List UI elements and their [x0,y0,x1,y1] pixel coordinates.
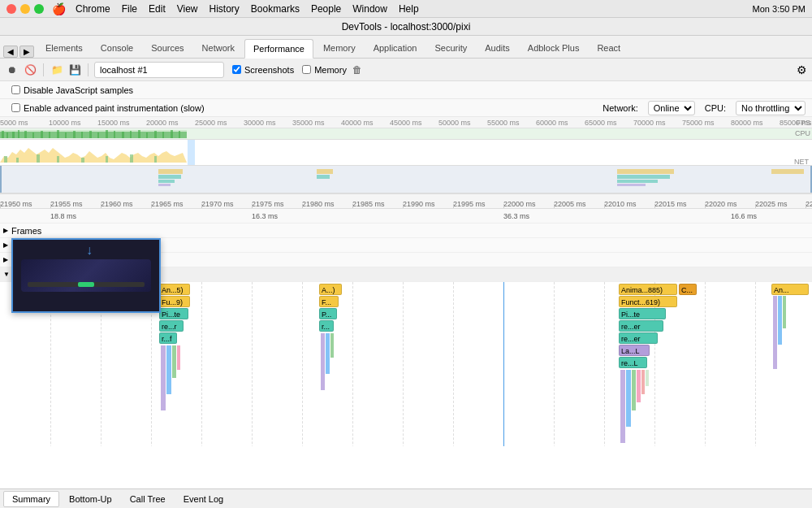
flame-bar-11[interactable]: Funct...619) [619,296,677,307]
flame-bar-12[interactable]: Pi...te [619,308,666,319]
svg-rect-22 [154,131,157,138]
menu-help[interactable]: Help [399,3,419,15]
flame-bar-3[interactable]: re...r [159,320,184,332]
flame-bar-13[interactable]: re...er [619,320,663,332]
tl-label-10: 55000 ms [487,119,520,127]
tl-label-12: 65000 ms [585,119,617,127]
menu-bookmarks[interactable]: Bookmarks [251,3,300,15]
fps-right-label: FPS [796,119,810,127]
flame-bar-14[interactable]: re...er [619,332,658,344]
traffic-lights [6,4,44,14]
save-button[interactable]: 💾 [67,63,82,77]
tab-bottom-up[interactable]: Bottom-Up [61,491,120,507]
tl-label-0: 5000 ms [0,119,28,127]
main-arrow: ▼ [3,271,10,278]
flame-bar-8[interactable]: r... [319,320,334,332]
memory-checkbox-group: Memory [302,65,347,75]
flame-bar-15[interactable]: La...L [619,345,650,356]
tab-console[interactable]: Console [93,38,141,58]
selected-time-line [503,282,504,446]
menu-history[interactable]: History [209,3,240,15]
tab-performance[interactable]: Performance [244,39,313,59]
svg-rect-13 [81,132,83,138]
flame-bar-7[interactable]: P... [319,308,337,319]
flame-bar-5[interactable]: A...) [319,284,342,295]
tl-label-7: 40000 ms [341,119,374,127]
tab-forward[interactable]: ▶ [19,46,34,58]
flame-bar-2[interactable]: Pi...te [159,308,188,319]
flame-bar-9[interactable]: Anima...885) [619,284,677,295]
tab-audits[interactable]: Audits [477,38,518,58]
menu-bar-right: Mon 3:50 PM [753,4,806,14]
svg-rect-20 [138,130,140,138]
flame-bar-0[interactable]: An...5) [159,284,190,295]
grid-7 [403,282,404,446]
time-mark-2: 21960 ms [101,200,133,208]
load-button[interactable]: 📁 [50,63,64,77]
disable-js-checkbox[interactable] [11,85,20,94]
tab-summary[interactable]: Summary [3,491,59,507]
minimap[interactable] [0,166,812,194]
menu-file[interactable]: File [122,3,137,15]
svg-rect-32 [130,154,133,163]
svg-rect-33 [154,156,157,163]
enable-paint-checkbox[interactable] [11,103,20,112]
clear-button[interactable]: 🚫 [23,63,37,77]
svg-rect-15 [97,132,99,138]
menu-edit[interactable]: Edit [149,3,166,15]
frame-time-1: 16.3 ms [252,212,278,220]
settings-button[interactable]: ⚙ [797,63,807,76]
tab-application[interactable]: Application [365,38,425,58]
tab-elements[interactable]: Elements [37,38,91,58]
network-select[interactable]: Online [648,101,695,115]
tab-memory[interactable]: Memory [315,38,364,58]
close-button[interactable] [6,4,16,14]
cpu-select[interactable]: No throttling [736,101,806,115]
screenshot-content: ↓ [13,240,159,311]
svg-rect-24 [171,130,173,138]
tab-sources[interactable]: Sources [143,38,192,58]
tab-adblock[interactable]: Adblock Plus [520,38,588,58]
flame-bar-4[interactable]: r...f [159,332,177,344]
tab-nav: ◀ ▶ [3,46,34,58]
memory-label[interactable]: Memory [314,65,347,75]
grid-11 [604,282,605,446]
frames-arrow: ▶ [3,227,8,234]
time-mark-12: 22010 ms [604,200,637,208]
flame-scroll-area[interactable]: ▶ Frames ↓ [0,224,812,488]
svg-rect-6 [24,131,27,138]
delete-button[interactable]: 🗑 [350,63,365,77]
flame-bar-1[interactable]: Fu...9) [159,296,190,307]
flame-bar-16[interactable]: re...L [619,357,647,368]
svg-rect-23 [162,132,164,138]
minimize-button[interactable] [20,4,30,14]
tab-call-tree[interactable]: Call Tree [122,491,174,507]
url-text: localhost #1 [100,65,148,75]
menu-window[interactable]: Window [352,3,387,15]
tab-event-log[interactable]: Event Log [175,491,232,507]
menu-view[interactable]: View [177,3,198,15]
flame-bar-10[interactable]: C... [679,284,697,295]
apple-menu[interactable]: 🍎 [52,2,66,15]
svg-rect-21 [146,132,148,138]
svg-rect-19 [130,131,132,138]
maximize-button[interactable] [34,4,44,14]
disable-js-label[interactable]: Disable JavaScript samples [24,85,133,95]
memory-checkbox[interactable] [302,65,311,74]
menu-people[interactable]: People [311,3,341,15]
timeline-labels: 5000 ms 10000 ms 15000 ms 20000 ms 25000… [0,117,812,128]
flame-bar-6[interactable]: F... [319,296,339,307]
tab-network[interactable]: Network [194,38,243,58]
screenshots-checkbox[interactable] [232,65,241,74]
interactions-arrow: ▶ [3,241,8,249]
enable-paint-label[interactable]: Enable advanced paint instrumentation (s… [24,103,205,113]
frames-section-row[interactable]: ▶ Frames ↓ [0,224,812,238]
tab-react[interactable]: React [589,38,628,58]
flame-bar-17[interactable]: An... [771,284,809,295]
time-mark-16: 22030 ms [806,200,812,208]
record-button[interactable]: ⏺ [5,63,19,77]
tab-back[interactable]: ◀ [3,46,18,58]
tab-security[interactable]: Security [426,38,475,58]
screenshots-label[interactable]: Screenshots [244,65,294,75]
menu-chrome[interactable]: Chrome [76,3,110,15]
